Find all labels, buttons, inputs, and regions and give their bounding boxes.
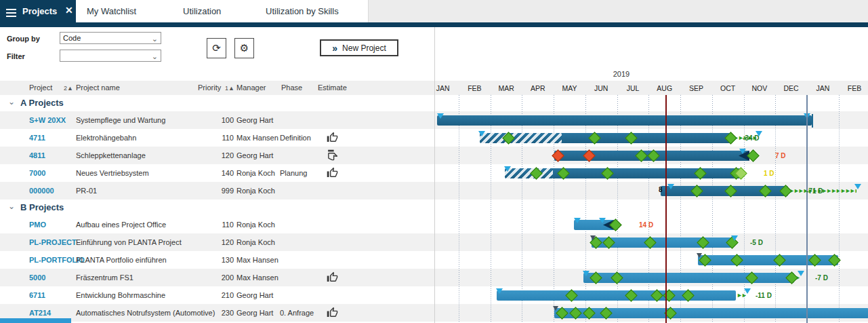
month-gridline — [491, 95, 491, 323]
project-name-cell: Einführung von PLANTA Project — [76, 238, 182, 246]
priority-cell: 230 — [202, 309, 234, 317]
project-id-cell[interactable]: 4811 — [29, 151, 45, 159]
date-marker-icon[interactable] — [697, 253, 702, 258]
month-gridline — [712, 95, 713, 323]
year-line — [806, 95, 808, 323]
group-label: B Projects — [20, 202, 64, 212]
delay-label: 1 D — [764, 170, 774, 177]
date-marker-icon[interactable] — [599, 218, 606, 223]
project-name-cell: Elektrohängebahn — [76, 134, 136, 142]
priority-cell: 210 — [202, 291, 234, 299]
estimate-cell[interactable] — [327, 307, 338, 320]
group-label: A Projects — [20, 98, 64, 108]
manager-cell: Georg Hart — [236, 116, 273, 124]
project-name-cell: Aufbau eines Project Office — [76, 221, 166, 229]
project-name-cell: Fräszentrum FS1 — [76, 273, 133, 282]
date-marker-icon[interactable] — [590, 235, 596, 240]
date-marker-icon[interactable] — [667, 184, 674, 189]
month-gridline — [585, 95, 586, 323]
project-name-cell: Neues Vertriebsystem — [76, 169, 149, 177]
priority-cell: 999 — [202, 187, 234, 195]
manager-cell: Georg Hart — [236, 291, 273, 299]
month-gridline — [648, 95, 649, 323]
estimate-thumb-icon — [327, 149, 338, 161]
manager-cell: Max Hansen — [236, 134, 278, 142]
project-name-cell: Automatisches Notrufsystem (Automotive) — [76, 309, 215, 317]
bar-remaining-hatch — [505, 168, 553, 178]
project-name-cell: PLANTA Portfolio einführen — [76, 256, 167, 264]
gantt-bar[interactable] — [437, 115, 812, 126]
date-marker-icon[interactable] — [739, 149, 746, 154]
project-name-cell: Systempflege und Wartung — [76, 116, 165, 124]
estimate-cell[interactable] — [327, 271, 338, 284]
project-id-cell[interactable]: 000000 — [29, 187, 54, 195]
project-name-cell: PR-01 — [76, 187, 97, 195]
manager-cell: Ronja Koch — [236, 187, 275, 195]
date-marker-icon[interactable] — [504, 166, 511, 172]
phase-cell: Planung — [280, 169, 307, 177]
manager-cell: Max Hansen — [236, 256, 278, 264]
date-marker-icon[interactable] — [553, 306, 558, 311]
date-marker-icon[interactable] — [798, 271, 804, 276]
month-gridline — [839, 95, 840, 323]
priority-cell: 120 — [202, 151, 234, 159]
priority-cell: 100 — [202, 116, 234, 124]
date-marker-icon[interactable] — [478, 131, 485, 136]
month-gridline — [554, 95, 554, 323]
delay-label: 14 D — [639, 221, 653, 229]
manager-cell: Ronja Koch — [236, 169, 275, 177]
delay-label: 7 D — [775, 152, 786, 159]
priority-cell: 130 — [202, 256, 234, 264]
phase-cell: 0. Anfrage — [280, 309, 314, 317]
project-id-cell[interactable]: 5000 — [29, 273, 45, 282]
date-marker-icon[interactable] — [574, 218, 581, 223]
estimate-cell[interactable] — [327, 149, 338, 162]
horizontal-scrollbar-thumb[interactable] — [0, 318, 71, 323]
month-gridline — [522, 95, 522, 323]
constraint-glyph: 8 — [659, 186, 663, 193]
project-id-cell[interactable]: 7000 — [29, 169, 45, 177]
gantt-bar[interactable] — [497, 290, 736, 301]
estimate-thumb-icon — [327, 132, 338, 143]
estimate-thumb-icon — [327, 307, 338, 318]
delay-label: -34 D — [743, 134, 759, 142]
project-id-cell[interactable]: S+W 20XX — [29, 116, 66, 124]
chevron-down-icon[interactable]: ⌄ — [8, 202, 15, 211]
project-id-cell[interactable]: AT214 — [29, 309, 51, 317]
priority-cell: 110 — [202, 134, 234, 142]
month-gridline — [775, 95, 776, 323]
manager-cell: Ronja Koch — [236, 221, 275, 229]
month-gridline — [459, 95, 459, 323]
date-marker-icon[interactable] — [744, 288, 751, 294]
today-line — [665, 95, 667, 323]
project-name-cell: Entwicklung Bohrmaschine — [76, 291, 165, 299]
project-id-cell[interactable]: 6711 — [29, 291, 45, 299]
estimate-cell[interactable] — [327, 132, 338, 145]
manager-cell: Georg Hart — [236, 151, 273, 159]
date-marker-icon[interactable] — [437, 113, 444, 119]
date-marker-icon[interactable] — [496, 288, 503, 294]
bar-end-bracket — [812, 114, 813, 128]
delay-label: -11 D — [756, 292, 772, 299]
estimate-cell[interactable] — [327, 167, 338, 180]
bar-remaining-hatch — [480, 133, 562, 143]
delay-label: -71 D — [806, 187, 823, 195]
date-marker-icon[interactable] — [731, 235, 738, 241]
priority-cell: 110 — [202, 221, 234, 229]
month-gridline — [617, 95, 618, 323]
project-id-cell[interactable]: PMO — [29, 221, 46, 229]
estimate-thumb-icon — [327, 167, 338, 178]
date-marker-icon[interactable] — [854, 184, 861, 189]
delay-label: -5 D — [750, 239, 763, 246]
estimate-thumb-icon — [327, 271, 338, 283]
priority-cell: 140 — [202, 169, 234, 177]
project-id-cell[interactable]: 4711 — [29, 134, 45, 142]
project-name-cell: Schleppkettenanlage — [76, 151, 146, 159]
project-id-cell[interactable]: PL-PROJECT — [29, 238, 77, 246]
pane-separator[interactable] — [434, 27, 435, 323]
date-marker-icon[interactable] — [583, 271, 590, 276]
manager-cell: Max Hansen — [236, 273, 278, 282]
priority-cell: 120 — [202, 238, 234, 246]
manager-cell: Ronja Koch — [236, 238, 275, 246]
chevron-down-icon[interactable]: ⌄ — [8, 97, 15, 107]
